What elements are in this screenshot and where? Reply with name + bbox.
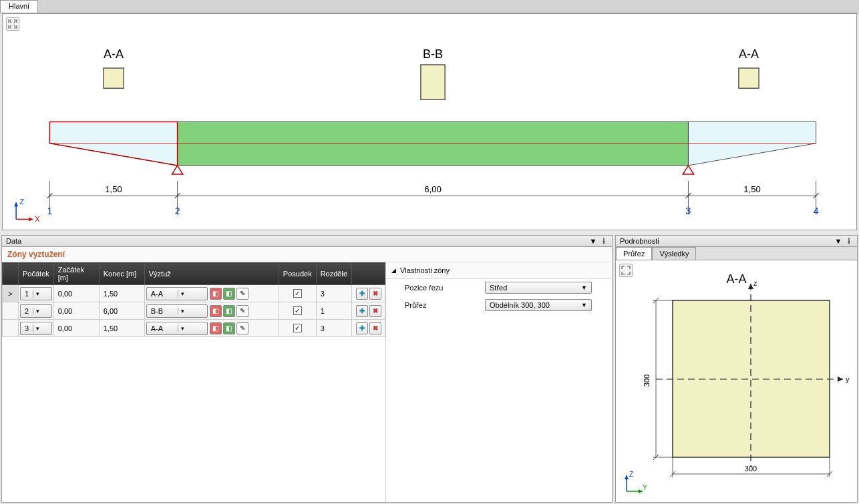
svg-text:B-B: B-B (423, 47, 443, 61)
svg-text:A-A: A-A (104, 47, 124, 61)
svg-text:6,00: 6,00 (424, 184, 441, 194)
svg-marker-37 (838, 376, 843, 382)
rebar-edit-icon[interactable]: ✎ (236, 322, 248, 334)
svg-rect-3 (421, 65, 445, 99)
svg-rect-1 (104, 68, 124, 88)
details-panel: Podrobnosti ▼ Průřez Výsledky A-A y (615, 235, 858, 503)
table-row[interactable]: >1▾0,001,50A-A▾◧◧✎✓3✚✖ (3, 285, 385, 302)
data-panel: Data ▼ Zóny vyztužení Počátek Začátek [m… (1, 235, 613, 503)
svg-text:300: 300 (745, 465, 757, 473)
svg-text:1,50: 1,50 (105, 184, 122, 194)
main-view: A-A B-B A-A 1,50 6,00 1,50 1 2 3 4 (2, 13, 857, 230)
col-split[interactable]: Rozděle (316, 263, 351, 285)
end-m-cell[interactable]: 1,50 (99, 320, 144, 337)
row-selector[interactable]: > (3, 285, 19, 302)
col-rebar[interactable]: Výztuž (144, 263, 279, 285)
props-header[interactable]: ◢ Vlastnosti zóny (386, 262, 612, 279)
start-m-cell[interactable]: 0,00 (53, 320, 99, 337)
split-cell[interactable]: 3 (316, 285, 351, 302)
rebar-red-icon[interactable]: ◧ (210, 305, 222, 317)
start-node-cell[interactable]: 1▾ (20, 287, 52, 300)
svg-text:X: X (35, 215, 40, 223)
main-tab-strip: Hlavní (0, 0, 859, 13)
main-tab[interactable]: Hlavní (0, 0, 38, 13)
delete-row-button[interactable]: ✖ (369, 305, 381, 317)
dropdown-icon[interactable]: ▼ (834, 237, 842, 245)
add-row-button[interactable]: ✚ (356, 305, 368, 317)
prop-pos-combo[interactable]: Střed▼ (485, 282, 592, 294)
svg-marker-30 (14, 202, 18, 206)
svg-text:2: 2 (175, 206, 180, 216)
split-cell[interactable]: 3 (316, 320, 351, 337)
svg-text:z: z (753, 279, 757, 287)
svg-rect-5 (739, 68, 759, 88)
rebar-combo[interactable]: A-A▾ (146, 322, 208, 335)
delete-row-button[interactable]: ✖ (369, 322, 381, 334)
rebar-combo[interactable]: B-B▾ (146, 304, 208, 318)
delete-row-button[interactable]: ✖ (369, 288, 381, 300)
check-checkbox[interactable]: ✓ (293, 289, 302, 298)
rebar-green-icon[interactable]: ◧ (223, 288, 235, 300)
rebar-edit-icon[interactable]: ✎ (236, 305, 248, 317)
rebar-red-icon[interactable]: ◧ (210, 322, 222, 334)
prop-sec-label: Průřez (405, 301, 485, 309)
prop-pos-label: Pozice řezu (405, 284, 485, 292)
collapse-icon: ◢ (391, 267, 396, 274)
svg-text:1: 1 (47, 206, 53, 216)
dropdown-icon[interactable]: ▼ (589, 237, 597, 245)
col-end-m[interactable]: Konec [m] (99, 263, 144, 285)
check-checkbox[interactable]: ✓ (293, 324, 302, 332)
section-name: A-A (726, 272, 746, 286)
table-row[interactable]: 2▾0,006,00B-B▾◧◧✎✓1✚✖ (3, 302, 385, 320)
svg-text:1,50: 1,50 (743, 184, 760, 194)
expand-main-view-button[interactable] (6, 17, 19, 31)
row-selector[interactable] (3, 320, 19, 337)
rebar-combo[interactable]: A-A▾ (146, 287, 208, 300)
data-panel-title: Data (6, 237, 21, 245)
tab-section[interactable]: Průřez (616, 247, 652, 260)
svg-marker-55 (625, 475, 629, 479)
details-header: Podrobnosti ▼ (616, 236, 857, 247)
svg-text:Z: Z (629, 471, 633, 478)
col-start-node[interactable]: Počátek (19, 263, 54, 285)
svg-text:300: 300 (643, 374, 651, 387)
check-checkbox[interactable]: ✓ (293, 306, 302, 315)
expand-section-button[interactable] (619, 264, 633, 277)
svg-text:y: y (846, 375, 850, 383)
svg-marker-6 (49, 122, 177, 166)
prop-sec-combo[interactable]: Obdélník 300, 300▼ (485, 299, 592, 311)
end-m-cell[interactable]: 1,50 (99, 285, 144, 302)
svg-marker-12 (683, 166, 693, 174)
add-row-button[interactable]: ✚ (356, 288, 368, 300)
col-start-m[interactable]: Začátek [m] (53, 263, 99, 285)
tab-results[interactable]: Výsledky (652, 247, 696, 260)
svg-marker-11 (172, 166, 183, 174)
end-m-cell[interactable]: 6,00 (99, 302, 144, 320)
row-selector[interactable] (3, 302, 19, 320)
svg-text:Y: Y (643, 484, 647, 491)
table-row[interactable]: 3▾0,001,50A-A▾◧◧✎✓3✚✖ (3, 320, 385, 337)
svg-text:3: 3 (686, 206, 691, 216)
add-row-button[interactable]: ✚ (356, 322, 368, 334)
col-check[interactable]: Posudek (279, 263, 316, 285)
pin-icon[interactable] (600, 237, 608, 245)
svg-text:Z: Z (19, 198, 24, 206)
data-panel-header: Data ▼ (2, 236, 612, 247)
start-node-cell[interactable]: 2▾ (20, 304, 52, 318)
split-cell[interactable]: 1 (316, 302, 351, 320)
svg-marker-40 (748, 284, 753, 289)
start-m-cell[interactable]: 0,00 (53, 285, 99, 302)
zone-properties: ◢ Vlastnosti zóny Pozice řezu Střed▼ Prů… (386, 262, 612, 502)
zones-table: Počátek Začátek [m] Konec [m] Výztuž Pos… (2, 262, 385, 337)
start-m-cell[interactable]: 0,00 (53, 302, 99, 320)
rebar-edit-icon[interactable]: ✎ (236, 288, 248, 300)
data-subtitle: Zóny vyztužení (2, 247, 612, 262)
pin-icon[interactable] (845, 237, 853, 245)
start-node-cell[interactable]: 3▾ (20, 322, 52, 335)
rebar-green-icon[interactable]: ◧ (223, 322, 235, 334)
svg-text:4: 4 (814, 206, 819, 216)
rebar-red-icon[interactable]: ◧ (210, 288, 222, 300)
rebar-green-icon[interactable]: ◧ (223, 305, 235, 317)
svg-rect-7 (178, 122, 689, 166)
svg-marker-8 (688, 122, 816, 166)
